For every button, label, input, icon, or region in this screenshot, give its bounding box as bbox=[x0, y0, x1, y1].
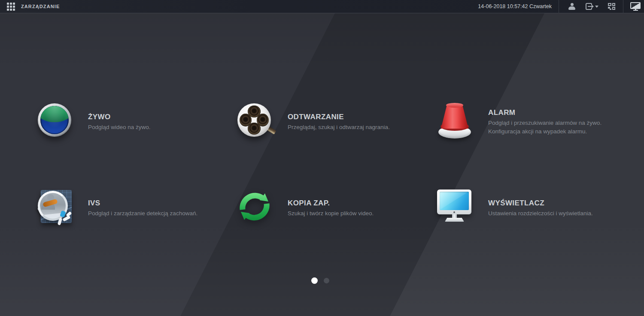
sync-arrows-icon bbox=[237, 189, 272, 226]
logout-icon bbox=[586, 3, 592, 10]
menu-item-text: ALARM Podgląd i przeszukiwanie alarmów n… bbox=[488, 106, 601, 136]
menu-item-title: IVS bbox=[88, 199, 197, 208]
menu-item-title: WYŚWIETLACZ bbox=[488, 199, 593, 208]
pagination bbox=[311, 277, 329, 284]
qr-code-icon[interactable] bbox=[608, 3, 615, 10]
magnifier-analytics-icon bbox=[37, 189, 72, 226]
topbar-divider bbox=[623, 0, 623, 13]
topbar-divider bbox=[559, 0, 559, 13]
topbar-right: 14-06-2018 10:57:42 Czwartek bbox=[478, 0, 641, 13]
chevron-down-icon bbox=[595, 6, 598, 8]
menu-item-title: ODTWARZANIE bbox=[288, 113, 390, 121]
camera-lens-icon bbox=[37, 102, 72, 139]
grid-menu-icon[interactable] bbox=[7, 3, 15, 11]
siren-icon bbox=[437, 102, 472, 139]
film-reel-icon bbox=[237, 102, 272, 139]
user-icon-body bbox=[568, 6, 575, 10]
menu-item-desc-line2: Konfiguracja akcji na wypadek alarmu. bbox=[488, 127, 601, 136]
user-icon[interactable] bbox=[568, 3, 575, 10]
menu-item-text: ODTWARZANIE Przeglądaj, szukaj i odtwarz… bbox=[288, 110, 390, 132]
menu-item-title: ŻYWO bbox=[88, 113, 151, 121]
menu-item-ivs[interactable]: IVS Podgląd i zarządzanie detekcją zacho… bbox=[37, 189, 242, 226]
topbar-left: ZARZĄDZANIE bbox=[3, 0, 60, 13]
bg-diagonal-band-left bbox=[0, 13, 335, 316]
page-dot-2[interactable] bbox=[324, 278, 329, 283]
management-home-screen: ZARZĄDZANIE 14-06-2018 10:57:42 Czwartek bbox=[0, 0, 644, 316]
menu-item-playback[interactable]: ODTWARZANIE Przeglądaj, szukaj i odtwarz… bbox=[237, 102, 442, 139]
menu-item-desc: Podgląd i przeszukiwanie alarmów na żywo… bbox=[488, 119, 601, 127]
logout-button[interactable] bbox=[586, 3, 598, 10]
menu-item-text: WYŚWIETLACZ Ustawienia rozdzielczości i … bbox=[488, 196, 593, 218]
monitor-icon[interactable] bbox=[630, 2, 641, 11]
menu-item-backup[interactable]: KOPIA ZAP. Szukaj i twórz kopie plików v… bbox=[237, 189, 442, 226]
menu-item-desc: Przeglądaj, szukaj i odtwarzaj nagrania. bbox=[288, 123, 390, 132]
menu-item-desc: Szukaj i twórz kopie plików video. bbox=[288, 209, 374, 218]
menu-item-desc: Podgląd i zarządzanie detekcją zachowań. bbox=[88, 209, 197, 218]
menu-item-desc: Podgląd wideo na żywo. bbox=[88, 123, 151, 132]
menu-item-alarm[interactable]: ALARM Podgląd i przeszukiwanie alarmów n… bbox=[437, 102, 642, 139]
menu-item-text: KOPIA ZAP. Szukaj i twórz kopie plików v… bbox=[288, 196, 374, 218]
menu-item-title: ALARM bbox=[488, 108, 601, 117]
menu-item-desc: Ustawienia rozdzielczości i wyświetlania… bbox=[488, 209, 593, 218]
datetime-label: 14-06-2018 10:57:42 Czwartek bbox=[478, 3, 552, 9]
menu-item-title: KOPIA ZAP. bbox=[288, 199, 374, 208]
page-title: ZARZĄDZANIE bbox=[21, 4, 60, 9]
page-dot-1[interactable] bbox=[311, 277, 318, 284]
topbar: ZARZĄDZANIE 14-06-2018 10:57:42 Czwartek bbox=[0, 0, 644, 13]
display-monitor-icon bbox=[437, 189, 472, 226]
bg-diagonal-band-right bbox=[334, 13, 644, 316]
user-icon-head bbox=[571, 3, 574, 6]
menu-item-text: ŻYWO Podgląd wideo na żywo. bbox=[88, 110, 151, 132]
menu-item-text: IVS Podgląd i zarządzanie detekcją zacho… bbox=[88, 196, 197, 218]
menu-item-live[interactable]: ŻYWO Podgląd wideo na żywo. bbox=[37, 102, 242, 139]
menu-item-display[interactable]: WYŚWIETLACZ Ustawienia rozdzielczości i … bbox=[437, 189, 642, 226]
